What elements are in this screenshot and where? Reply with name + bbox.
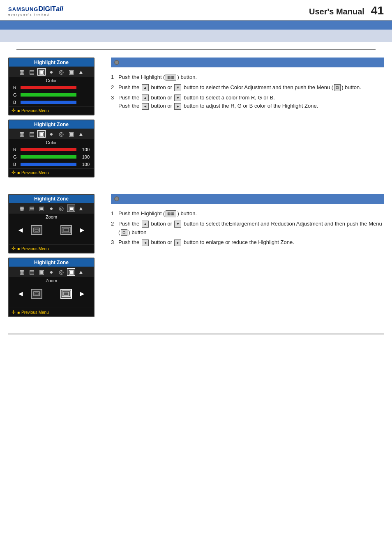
svg-rect-2 (62, 227, 70, 233)
prev-menu-label-1: ■ (17, 108, 20, 113)
zoom-icon-small-bottom (31, 289, 42, 299)
osd-b-icon-4: ● (47, 131, 55, 137)
svg-rect-6 (62, 291, 70, 297)
osd-zoom-top-label: Zoom (9, 214, 94, 220)
osd-zoom-bottom-label: Zoom (9, 277, 94, 284)
osd-zoom-top-prev-menu: ✛ ■ Previous Menu (9, 244, 94, 253)
osd-g-value-b: 100 (78, 154, 90, 159)
osd-top-prev-menu: ✛ ■ Previous Menu (9, 106, 94, 115)
monitor-column-color: Highlight Zone ▦ ▤ ▣ ● ◎ ▣ ▲ Color R (8, 58, 99, 182)
osd-top-title: Highlight Zone (9, 58, 94, 67)
down-btn-2: ▼ (174, 94, 181, 101)
top-divider (16, 49, 376, 50)
osd-zb-icon-6-active: ▣ (67, 268, 75, 276)
left-btn-1: ◄ (142, 103, 149, 110)
osd-icon-7: ▲ (77, 69, 85, 75)
svg-rect-3 (64, 228, 69, 232)
instructions-zoom-list: 1 Push the Highlight (▦▦) button. 2 Push… (111, 210, 384, 247)
zoom-left-arrow-bottom: ◄ (17, 290, 24, 298)
osd-bottom-label: Color (9, 139, 94, 146)
prev-menu-icon-b: ✛ (12, 170, 16, 175)
instructions-color: 1 Push the Highlight (▦▦) button. 2 Push… (111, 58, 384, 112)
osd-zoom-bottom-icons: ▦ ▤ ▣ ● ◎ ▣ ▲ (9, 267, 94, 277)
osd-zb-icon-7: ▲ (77, 269, 85, 275)
osd-g-label-b: G (13, 154, 19, 159)
logo-tagline: everyone's Invited (8, 13, 49, 16)
zoom-icon-large-bottom (60, 289, 72, 299)
osd-g-fill-b (21, 155, 76, 159)
osd-color-g-bottom: G 100 (9, 153, 94, 161)
section1-dot (114, 60, 119, 65)
highlight-icon-1: ▦▦ (166, 74, 176, 81)
page-header: SAMSUNG DIGITall everyone's Invited User… (0, 0, 392, 21)
osd-color-top: Highlight Zone ▦ ▤ ▣ ● ◎ ▣ ▲ Color R (8, 58, 95, 115)
instructions-color-list: 1 Push the Highlight (▦▦) button. 2 Push… (111, 73, 384, 111)
zoom-icon-large-top (60, 225, 72, 235)
manual-title: User's Manual (309, 7, 364, 16)
zoom-icon-small-top (31, 225, 42, 235)
osd-r-bar (21, 86, 76, 89)
prev-menu-text-z2: Previous Menu (21, 310, 49, 315)
gray-banner (0, 30, 392, 42)
osd-g-fill (21, 93, 76, 97)
up-btn-2: ▲ (142, 94, 149, 101)
osd-zoom-bottom: Highlight Zone ▦ ▤ ▣ ● ◎ ▣ ▲ Zoom ◄ (8, 258, 95, 317)
logo-area: SAMSUNG DIGITall everyone's Invited (8, 5, 63, 16)
osd-zoom-bottom-prev-menu: ✛ ■ Previous Menu (9, 308, 94, 316)
blue-banner (0, 21, 392, 30)
osd-r-label-b: R (13, 147, 19, 152)
osd-z-icon-5: ◎ (57, 205, 65, 212)
logo-samsung: SAMSUNG (8, 6, 38, 12)
prev-menu-text: Previous Menu (21, 108, 49, 113)
osd-color-b-bottom: B 100 (9, 161, 94, 168)
zoom-right-arrow-top: ► (78, 226, 86, 235)
instructions-zoom: 1 Push the Highlight (▦▦) button. 2 Push… (111, 194, 384, 249)
osd-zoom-top-icons: ▦ ▤ ▣ ● ◎ ▣ ▲ (9, 203, 94, 214)
right-btn-2: ► (174, 240, 181, 246)
osd-color-r-top: R (9, 84, 94, 91)
osd-color-b-top: B (9, 99, 94, 106)
down-btn-1: ▼ (174, 84, 181, 91)
osd-color-r-bottom: R 100 (9, 146, 94, 153)
osd-icon-3-active: ▣ (37, 68, 46, 76)
osd-z-icon-6-active: ▣ (67, 205, 75, 212)
page-number: 41 (371, 4, 384, 17)
zoom-right-arrow-bottom: ► (78, 290, 86, 298)
zoom-instruction-3: 3 Push the ◄ button or ► button to enlar… (111, 238, 384, 247)
osd-bottom-prev-menu: ✛ ■ Previous Menu (9, 168, 94, 177)
osd-icon-1: ▦ (18, 69, 26, 75)
logo-digit: DIGITall (38, 5, 63, 13)
osd-z-icon-4: ● (47, 205, 55, 212)
bottom-divider (8, 334, 384, 334)
osd-top-label: Color (9, 77, 94, 84)
prev-menu-label-z1: ■ (17, 246, 20, 251)
osd-icon-4: ● (47, 69, 55, 75)
osd-top-icons: ▦ ▤ ▣ ● ◎ ▣ ▲ (9, 67, 94, 77)
prev-menu-icon: ✛ (12, 108, 16, 113)
osd-b-icon-7: ▲ (77, 131, 85, 137)
osd-r-label: R (13, 85, 19, 90)
osd-b-icon-3-active: ▣ (37, 130, 46, 138)
osd-r-fill-b (21, 148, 76, 151)
zoom-instruction-1: 1 Push the Highlight (▦▦) button. (111, 210, 384, 218)
instruction-1: 1 Push the Highlight (▦▦) button. (111, 73, 384, 82)
prev-menu-text-z1: Previous Menu (21, 246, 49, 251)
svg-rect-5 (35, 293, 38, 295)
osd-zoom-top: Highlight Zone ▦ ▤ ▣ ● ◎ ▣ ▲ Zoom ◄ (8, 194, 95, 253)
osd-color-bottom: Highlight Zone ▦ ▤ ▣ ● ◎ ▣ ▲ Color R 100 (8, 120, 95, 177)
monitor-column-zoom: Highlight Zone ▦ ▤ ▣ ● ◎ ▣ ▲ Zoom ◄ (8, 194, 99, 321)
osd-b-label: B (13, 100, 19, 105)
prev-menu-text-b: Previous Menu (21, 170, 49, 175)
osd-r-fill (21, 86, 76, 89)
osd-b-icon-6: ▣ (67, 131, 75, 137)
section2-heading-bar (111, 194, 384, 204)
osd-r-bar-b (21, 148, 76, 151)
osd-zoom-top-title: Highlight Zone (9, 195, 94, 203)
osd-z-icon-1: ▦ (18, 205, 26, 212)
osd-icon-5: ◎ (57, 69, 65, 75)
osd-b-bar-b (21, 163, 76, 166)
osd-b-icon-5: ◎ (57, 131, 65, 137)
section-color: Highlight Zone ▦ ▤ ▣ ● ◎ ▣ ▲ Color R (8, 58, 384, 182)
osd-zoom-top-row: ◄ ► (9, 220, 94, 240)
osd-b-icon-1: ▦ (18, 131, 26, 137)
